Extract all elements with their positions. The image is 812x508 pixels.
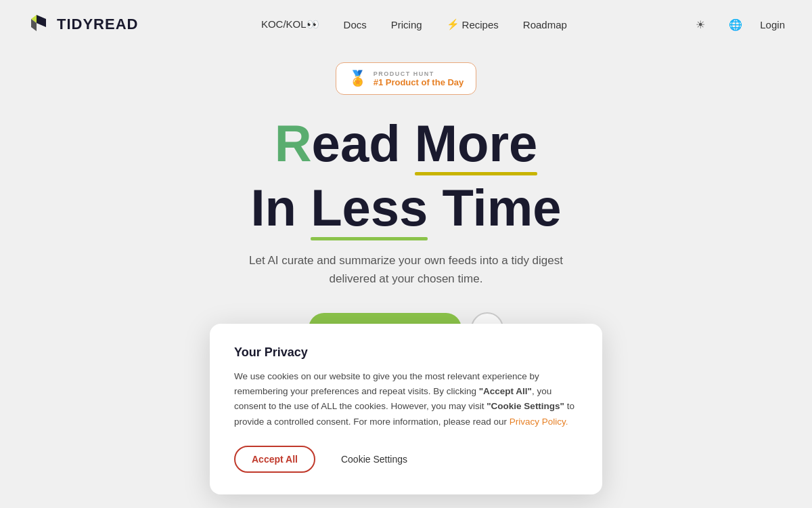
nav-kol[interactable]: KOC/KOL👀 xyxy=(261,18,319,30)
theme-toggle-button[interactable]: ☀ xyxy=(690,14,711,35)
nav-right: ☀ 🌐 Login xyxy=(690,14,785,35)
privacy-modal: Your Privacy We use cookies on our websi… xyxy=(210,324,602,494)
nav-roadmap[interactable]: Roadmap xyxy=(523,19,567,30)
read-text: R xyxy=(275,114,312,172)
badge-text: PRODUCT HUNT #1 Product of the Day xyxy=(374,70,464,87)
badge-title: #1 Product of the Day xyxy=(374,77,464,87)
nav-recipes[interactable]: ⚡ Recipes xyxy=(447,18,499,30)
less-text: Less xyxy=(311,178,428,237)
headline-line2: In Less Time xyxy=(250,178,561,237)
subheadline: Let AI curate and summarize your own fee… xyxy=(230,251,582,288)
headline: Read More In Less Time xyxy=(250,114,561,238)
nav-docs[interactable]: Docs xyxy=(344,19,367,30)
layers-icon: ⚡ xyxy=(447,18,459,30)
headline-line1: Read More xyxy=(250,114,561,173)
logo[interactable]: TIDYREAD xyxy=(27,12,138,37)
accept-all-inline: "Accept All" xyxy=(479,386,532,396)
svg-rect-0 xyxy=(27,12,51,37)
nav-pricing[interactable]: Pricing xyxy=(391,19,422,30)
navbar: TIDYREAD KOC/KOL👀 Docs Pricing ⚡ Recipes… xyxy=(0,0,812,49)
privacy-body: We use cookies on our website to give yo… xyxy=(234,369,578,429)
product-hunt-badge[interactable]: 🏅 PRODUCT HUNT #1 Product of the Day xyxy=(336,62,477,95)
sun-icon: ☀ xyxy=(696,18,705,31)
globe-icon: 🌐 xyxy=(729,18,742,31)
badge-label: PRODUCT HUNT xyxy=(374,70,464,77)
privacy-policy-link[interactable]: Privacy Policy. xyxy=(510,417,568,427)
privacy-title: Your Privacy xyxy=(234,345,578,360)
more-text: More xyxy=(415,114,538,173)
cookie-settings-button[interactable]: Cookie Settings xyxy=(325,447,424,471)
accept-all-button[interactable]: Accept All xyxy=(234,446,315,473)
language-toggle-button[interactable]: 🌐 xyxy=(725,14,746,35)
logo-text: TIDYREAD xyxy=(57,16,138,33)
hero-section: 🏅 PRODUCT HUNT #1 Product of the Day Rea… xyxy=(0,49,812,345)
cookie-settings-inline: "Cookie Settings" xyxy=(487,401,564,411)
nav-links: KOC/KOL👀 Docs Pricing ⚡ Recipes Roadmap xyxy=(261,18,567,30)
medal-icon: 🏅 xyxy=(348,70,367,87)
login-link[interactable]: Login xyxy=(760,19,785,30)
privacy-buttons: Accept All Cookie Settings xyxy=(234,446,578,473)
